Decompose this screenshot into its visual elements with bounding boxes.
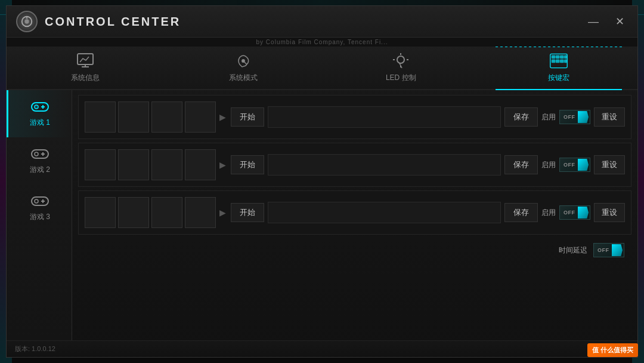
svg-rect-2 — [78, 54, 93, 64]
toggle-enable-2[interactable]: OFF — [559, 158, 590, 172]
svg-rect-16 — [556, 56, 559, 58]
tab-sysmode-icon — [234, 53, 253, 69]
macro-row-2: ▶ 开始 保存 启用 OFF 重设 — [78, 143, 631, 187]
sidebar-item-game2[interactable]: 游戏 2 — [7, 137, 72, 184]
enable-label-2: 启用 — [541, 160, 556, 170]
toggle-thumb-2 — [578, 159, 589, 171]
statusbar: 版本: 1.0.0.12 — [7, 340, 637, 357]
save-button-3[interactable]: 保存 — [504, 203, 538, 222]
key-cell-2-4[interactable] — [185, 149, 216, 180]
sidebar: 游戏 1 游戏 2 游戏 3 — [7, 90, 72, 340]
save-button-1[interactable]: 保存 — [504, 107, 538, 127]
key-cell-3-4[interactable] — [185, 197, 216, 228]
tab-sysinfo[interactable]: 系统信息 — [7, 47, 165, 89]
key-cell-1-4[interactable] — [185, 101, 216, 133]
tab-sysmode[interactable]: 系统模式 — [165, 47, 323, 89]
svg-rect-17 — [560, 56, 563, 58]
key-arrow-2: ▶ — [218, 160, 227, 170]
key-cell-1-3[interactable] — [151, 101, 182, 133]
key-cells-3: ▶ — [85, 197, 227, 228]
tab-led-label: LED 控制 — [386, 73, 416, 83]
sidebar-item-game1[interactable]: 游戏 1 — [7, 90, 72, 137]
watermark-badge: 值 什么值得买 — [587, 343, 638, 357]
gamepad-icon-3 — [31, 194, 49, 208]
name-input-1[interactable] — [268, 106, 501, 128]
svg-rect-18 — [552, 60, 555, 62]
key-cell-3-3[interactable] — [151, 197, 182, 228]
svg-point-8 — [397, 56, 404, 63]
subtitle-text: by Columbia Film Company, Tencent Fi... — [256, 39, 388, 45]
toggle-thumb-1 — [578, 111, 589, 123]
sidebar-item-game3[interactable]: 游戏 3 — [7, 184, 72, 232]
key-arrow-1: ▶ — [218, 112, 227, 122]
toggle-track-2: OFF — [559, 158, 590, 172]
sidebar-item-game2-label: 游戏 2 — [30, 165, 50, 175]
toggle-thumb-3 — [578, 207, 589, 219]
toggle-enable-3[interactable]: OFF — [559, 205, 590, 220]
monitor-icon — [76, 53, 95, 69]
reset-button-3[interactable]: 重设 — [594, 203, 625, 222]
svg-rect-19 — [556, 60, 559, 62]
key-cell-3-2[interactable] — [118, 197, 149, 228]
gamepad-icon-2 — [31, 147, 49, 161]
macro-main: ▶ 开始 保存 启用 OFF 重设 — [72, 90, 637, 340]
name-input-2[interactable] — [268, 154, 501, 176]
toggle-enable-1[interactable]: OFF — [559, 110, 590, 124]
app-title: Control Center — [45, 15, 584, 29]
mode-icon — [234, 53, 253, 69]
key-cell-1-2[interactable] — [118, 101, 149, 133]
toggle-track-1: OFF — [559, 110, 590, 124]
key-cell-2-2[interactable] — [118, 149, 149, 180]
close-button[interactable]: ✕ — [612, 14, 628, 29]
tab-led[interactable]: LED 控制 — [322, 47, 480, 89]
tab-sysinfo-icon — [76, 53, 95, 69]
toggle-thumb-time — [612, 244, 623, 256]
start-button-2[interactable]: 开始 — [231, 155, 264, 174]
titlebar: Control Center — ✕ — [7, 6, 637, 38]
subtitle-bar: by Columbia Film Company, Tencent Fi... — [7, 38, 637, 47]
tab-active-indicator — [496, 47, 622, 47]
watermark-icon: 值 — [592, 346, 599, 353]
gamepad-icon-1 — [31, 100, 49, 114]
svg-point-1 — [24, 19, 29, 23]
minimize-button[interactable]: — — [584, 14, 602, 29]
svg-rect-21 — [565, 56, 567, 58]
svg-rect-32 — [32, 197, 48, 205]
keyboard-icon — [549, 52, 568, 70]
tab-macro[interactable]: 按键宏 — [480, 47, 638, 89]
watermark-text: 什么值得买 — [600, 346, 633, 353]
svg-rect-20 — [560, 60, 563, 62]
time-delay-label: 时间延迟 — [559, 245, 587, 256]
svg-point-33 — [35, 199, 38, 203]
toggle-track-time: OFF — [593, 243, 624, 257]
svg-rect-23 — [32, 103, 48, 111]
toggle-off-text-1: OFF — [564, 114, 575, 120]
name-input-3[interactable] — [268, 202, 501, 223]
app-logo — [16, 11, 38, 32]
tab-led-icon — [391, 53, 410, 69]
tab-sysinfo-label: 系统信息 — [71, 73, 100, 83]
toggle-time-text: OFF — [597, 247, 609, 253]
save-button-2[interactable]: 保存 — [504, 155, 538, 174]
key-cell-1-1[interactable] — [85, 101, 116, 133]
key-cell-3-1[interactable] — [85, 197, 116, 228]
start-button-1[interactable]: 开始 — [231, 107, 264, 127]
reset-button-1[interactable]: 重设 — [594, 107, 625, 127]
macro-row-3: ▶ 开始 保存 启用 OFF 重设 — [78, 190, 631, 235]
key-arrow-3: ▶ — [218, 208, 227, 217]
macro-row-1: ▶ 开始 保存 启用 OFF 重设 — [78, 95, 631, 139]
key-cell-2-1[interactable] — [85, 149, 116, 180]
key-cell-2-3[interactable] — [151, 149, 182, 180]
reset-button-2[interactable]: 重设 — [594, 155, 625, 174]
toggle-time-delay[interactable]: OFF — [593, 243, 624, 257]
svg-rect-22 — [565, 60, 567, 62]
content-area: 游戏 1 游戏 2 游戏 3 — [7, 90, 637, 340]
toggle-off-text-2: OFF — [564, 162, 575, 168]
sidebar-item-game1-label: 游戏 1 — [30, 118, 50, 128]
svg-point-7 — [242, 60, 244, 62]
svg-rect-28 — [32, 150, 48, 158]
sidebar-item-game3-label: 游戏 3 — [30, 212, 50, 222]
toggle-off-text-3: OFF — [564, 210, 575, 216]
enable-label-1: 启用 — [541, 112, 556, 122]
start-button-3[interactable]: 开始 — [231, 203, 264, 222]
